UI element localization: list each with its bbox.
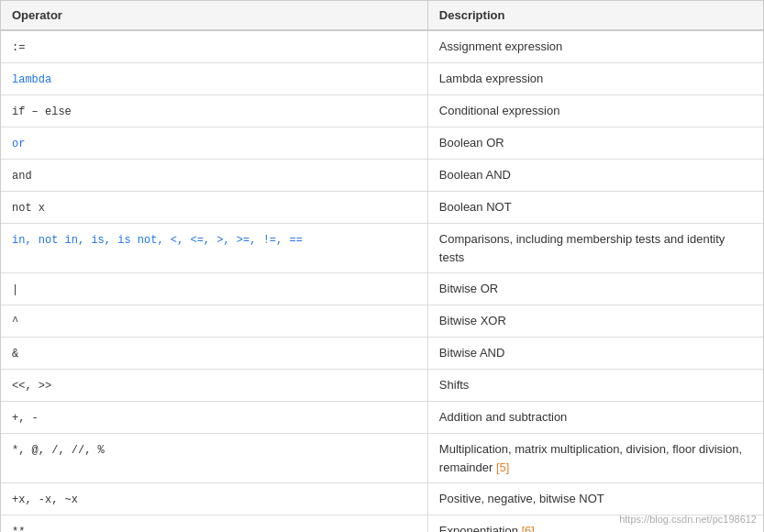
operator-text: <<, >> [12,380,51,393]
description-text: Lambda expression [439,72,543,85]
operator-text: not x [12,202,45,215]
description-text: Shifts [439,378,470,392]
header-operator: Operator [1,1,427,30]
operator-cell: <<, >> [1,370,427,402]
operator-text: +, - [12,412,39,425]
table-row: +x, -x, ~xPositive, negative, bitwise NO… [1,483,763,515]
operator-cell: and [1,160,427,192]
description-cell: Shifts [427,370,763,402]
header-description: Description [427,1,763,30]
table-header-row: Operator Description [1,1,763,30]
description-cell: Addition and subtraction [427,402,763,434]
table-row: :=Assignment expression [1,30,763,63]
table-row: &Bitwise AND [1,338,763,370]
table-row: andBoolean AND [1,160,763,192]
operator-cell: ** [1,515,427,533]
operator-text: and [12,170,32,183]
description-text: Exponentiation [439,524,518,532]
operator-cell: := [1,30,427,63]
operator-link[interactable]: in, not in, is, is not, <, <=, >, >=, !=… [12,234,303,247]
table-row: ^Bitwise XOR [1,305,763,338]
table-row: if – elseConditional expression [1,95,763,127]
description-text: Boolean OR [439,136,504,150]
operator-cell: lambda [1,63,427,95]
table-row: |Bitwise OR [1,273,763,305]
description-text: Bitwise XOR [439,314,506,327]
operator-cell: not x [1,192,427,224]
description-text: Bitwise OR [439,282,498,295]
description-cell: Positive, negative, bitwise NOT [427,483,763,515]
table-row: +, -Addition and subtraction [1,402,763,434]
description-cell: Comparisons, including membership tests … [427,224,763,273]
operator-text: *, @, /, //, % [12,444,105,457]
operators-table: Operator Description :=Assignment expres… [1,1,763,532]
description-text: Conditional expression [439,104,560,117]
operator-cell: if – else [1,95,427,127]
watermark: https://blog.csdn.net/pc198612 [619,514,757,525]
operator-cell: & [1,338,427,370]
description-text: Boolean AND [439,168,511,182]
description-text: Assignment expression [439,39,562,53]
operator-cell: in, not in, is, is not, <, <=, >, >=, !=… [1,224,427,273]
operator-link[interactable]: or [12,138,25,150]
table-row: lambdaLambda expression [1,63,763,95]
description-text: Boolean NOT [439,200,512,214]
operator-cell: *, @, /, //, % [1,434,427,483]
description-cell: Bitwise XOR [427,305,763,338]
operator-text: ^ [12,316,18,328]
operator-cell: or [1,127,427,160]
description-link[interactable]: [6] [518,524,535,532]
table-row: in, not in, is, is not, <, <=, >, >=, !=… [1,224,763,273]
description-cell: Multiplication, matrix multiplication, d… [427,434,763,483]
description-cell: Boolean AND [427,160,763,192]
operator-text: & [12,348,18,360]
operator-text: ** [12,526,25,532]
description-text: Bitwise AND [439,346,505,360]
operator-text: +x, -x, ~x [12,493,78,506]
table-row: <<, >>Shifts [1,370,763,402]
operator-text: if – else [12,105,72,118]
description-text: Positive, negative, bitwise NOT [439,492,604,505]
description-cell: Conditional expression [427,95,763,127]
description-link[interactable]: [5] [493,460,509,474]
description-text: Addition and subtraction [439,410,567,424]
description-cell: Lambda expression [427,63,763,95]
table-row: *, @, /, //, %Multiplication, matrix mul… [1,434,763,483]
description-cell: Bitwise AND [427,338,763,370]
description-text: Comparisons, including membership tests … [439,232,725,264]
operator-cell: +, - [1,402,427,434]
description-text: Multiplication, matrix multiplication, d… [439,442,742,474]
description-cell: Assignment expression [427,30,763,63]
operator-cell: +x, -x, ~x [1,483,427,515]
operator-cell: | [1,273,427,305]
table-row: orBoolean OR [1,127,763,160]
table-container: Operator Description :=Assignment expres… [0,0,764,532]
operator-text: | [12,283,18,296]
table-row: not xBoolean NOT [1,192,763,224]
operator-link[interactable]: lambda [12,73,51,86]
description-cell: Boolean NOT [427,192,763,224]
operator-text: := [12,41,25,54]
operator-cell: ^ [1,305,427,338]
description-cell: Bitwise OR [427,273,763,305]
description-cell: Boolean OR [427,127,763,160]
